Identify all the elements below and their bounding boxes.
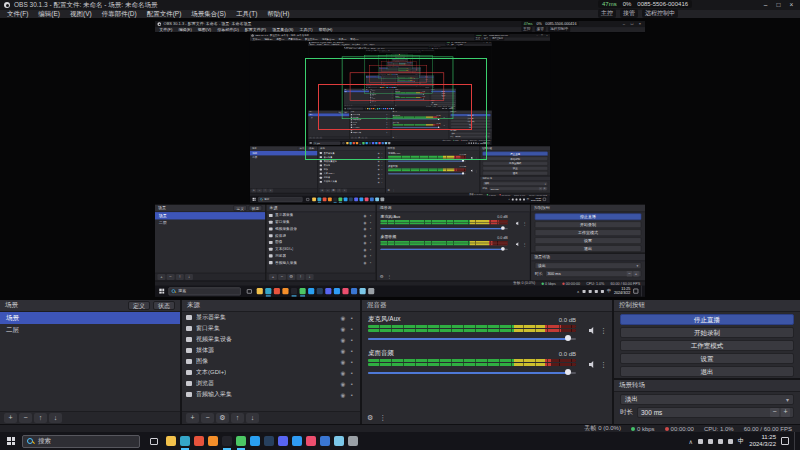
source-item[interactable]: 浏览器◉▪ — [182, 378, 360, 389]
source-item[interactable]: 音频输入采集◉▪ — [182, 389, 360, 400]
maximize-button[interactable]: □ — [772, 0, 785, 10]
taskbar-app-wechat[interactable] — [236, 436, 246, 446]
controls-dock-header[interactable]: 控制按钮 — [614, 300, 800, 312]
taskbar-search[interactable]: 搜索 — [22, 435, 140, 448]
source-item[interactable]: 显示器采集◉▪ — [182, 312, 360, 323]
volume-slider[interactable] — [368, 368, 576, 377]
visibility-icon[interactable]: ◉ — [339, 392, 347, 398]
visibility-icon[interactable]: ◉ — [339, 315, 347, 321]
source-item[interactable]: 视频采集设备◉▪ — [182, 334, 360, 345]
lock-icon[interactable]: ▪ — [348, 359, 356, 365]
volume-slider-knob[interactable] — [565, 369, 571, 375]
lock-icon[interactable]: ▪ — [348, 348, 356, 354]
visibility-icon[interactable]: ◉ — [339, 370, 347, 376]
taskbar-app-settings[interactable] — [348, 436, 358, 446]
taskbar-app-file-explorer[interactable] — [166, 436, 176, 446]
taskbar-app-firefox[interactable] — [208, 436, 218, 446]
stop-streaming-button[interactable]: 停止直播 — [620, 314, 794, 325]
volume-icon[interactable] — [708, 439, 713, 444]
taskbar-app-vscode[interactable] — [292, 436, 302, 446]
action-center-icon[interactable] — [781, 437, 789, 445]
network-icon[interactable] — [698, 439, 703, 444]
scene-item[interactable]: 场景 — [0, 312, 180, 324]
taskbar-app-store[interactable] — [334, 436, 344, 446]
source-item[interactable]: 文本(GDI+)◉▪ — [182, 367, 360, 378]
transitions-dock-header[interactable]: 场景转场 — [614, 380, 800, 392]
visibility-icon[interactable]: ◉ — [339, 359, 347, 365]
scene-item[interactable]: 二层 — [0, 324, 180, 336]
scenes-dock-header[interactable]: 场景 定义状态 — [0, 300, 180, 312]
taskbar-app-steam[interactable] — [264, 436, 274, 446]
scenes-header-button-2[interactable]: 状态 — [153, 301, 175, 310]
taskbar-app-chrome[interactable] — [194, 436, 204, 446]
source-move-up-button[interactable]: ↑ — [231, 413, 244, 423]
menu-item[interactable]: 帮助(H) — [262, 10, 294, 18]
close-button[interactable]: × — [785, 0, 798, 10]
taskbar-app-qq[interactable] — [250, 436, 260, 446]
taskbar-app-edge[interactable] — [180, 436, 190, 446]
channel-menu-icon[interactable]: ⋮ — [600, 327, 607, 334]
settings-button[interactable]: 设置 — [620, 353, 794, 364]
security-icon[interactable] — [718, 439, 723, 444]
transition-select[interactable]: 淡出 ▾ — [620, 394, 794, 405]
lock-icon[interactable]: ▪ — [348, 370, 356, 376]
show-desktop-button[interactable] — [794, 432, 798, 450]
source-item[interactable]: 图像◉▪ — [182, 356, 360, 367]
todesk-icon[interactable] — [728, 439, 733, 444]
remove-source-button[interactable]: − — [201, 413, 214, 423]
start-button[interactable] — [0, 432, 22, 450]
speaker-icon[interactable] — [589, 361, 596, 368]
add-source-button[interactable]: + — [186, 413, 199, 423]
exit-button[interactable]: 退出 — [620, 366, 794, 377]
visibility-icon[interactable]: ◉ — [339, 348, 347, 354]
visibility-icon[interactable]: ◉ — [339, 381, 347, 387]
menu-item[interactable]: 场景集合(S) — [186, 10, 231, 18]
menu-item[interactable]: 文件(F) — [2, 10, 33, 18]
mixer-settings-button[interactable]: ⚙ — [367, 413, 373, 422]
scene-move-up-button[interactable]: ↑ — [34, 413, 47, 423]
menu-item[interactable]: 编辑(E) — [33, 10, 65, 18]
scene-move-down-button[interactable]: ↓ — [49, 413, 62, 423]
visibility-icon[interactable]: ◉ — [339, 337, 347, 343]
add-scene-button[interactable]: + — [4, 413, 17, 423]
visibility-icon[interactable]: ◉ — [339, 326, 347, 332]
source-item[interactable]: 窗口采集◉▪ — [182, 323, 360, 334]
channel-menu-icon[interactable]: ⋮ — [600, 361, 607, 368]
duration-decrease-button[interactable]: − — [770, 408, 779, 417]
duration-spinbox[interactable]: 300 ms −+ — [637, 407, 794, 418]
source-move-down-button[interactable]: ↓ — [246, 413, 259, 423]
lock-icon[interactable]: ▪ — [348, 326, 356, 332]
lock-icon[interactable]: ▪ — [348, 381, 356, 387]
remove-scene-button[interactable]: − — [19, 413, 32, 423]
minimize-button[interactable]: – — [759, 0, 772, 10]
start-recording-button[interactable]: 开始录制 — [620, 327, 794, 338]
lock-icon[interactable]: ▪ — [348, 392, 356, 398]
sources-dock-header[interactable]: 来源 — [182, 300, 360, 312]
source-properties-button[interactable]: ⚙ — [216, 413, 229, 423]
tray-chevron-icon[interactable]: ∧ — [688, 438, 692, 445]
studio-mode-button[interactable]: 工作室模式 — [620, 340, 794, 351]
menu-item[interactable]: 视图(V) — [65, 10, 97, 18]
preview-canvas[interactable]: OBS 30.1.3 - 配置文件: 未命名 - 场景: 未命名场景 –□× 文… — [0, 18, 800, 300]
taskbar-app-discord[interactable] — [278, 436, 288, 446]
taskbar-app-music[interactable] — [306, 436, 316, 446]
volume-slider[interactable] — [368, 334, 576, 343]
task-view-button[interactable] — [146, 432, 162, 450]
menu-item[interactable]: 配置文件(P) — [142, 10, 187, 18]
menu-item[interactable]: 停靠部件(D) — [97, 10, 142, 18]
lock-icon[interactable]: ▪ — [348, 337, 356, 343]
lock-icon[interactable]: ▪ — [348, 315, 356, 321]
source-item[interactable]: 媒体源◉▪ — [182, 345, 360, 356]
taskbar-clock[interactable]: 11:25 2024/3/22 — [749, 434, 776, 448]
duration-increase-button[interactable]: + — [781, 408, 790, 417]
taskbar-app-obs[interactable] — [222, 436, 232, 446]
scenes-header-button-1[interactable]: 定义 — [128, 301, 150, 310]
taskbar-app-mail[interactable] — [320, 436, 330, 446]
ime-indicator[interactable]: 中 — [738, 437, 745, 446]
menu-item[interactable]: 工具(T) — [231, 10, 262, 18]
mixer-menu-button[interactable]: ⋮ — [379, 413, 386, 422]
source-selection-box-red[interactable] — [318, 84, 472, 130]
speaker-icon[interactable] — [589, 327, 596, 334]
volume-slider-knob[interactable] — [565, 335, 571, 341]
mixer-dock-header[interactable]: 混音器 — [362, 300, 612, 312]
